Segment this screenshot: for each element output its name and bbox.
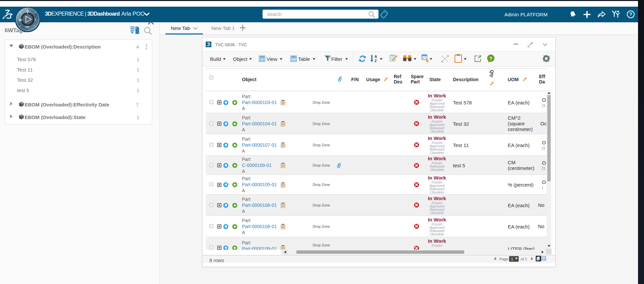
svg-text:3D: 3D	[19, 18, 22, 22]
svg-text:?: ?	[489, 56, 492, 61]
svg-text:i: i	[35, 18, 36, 21]
svg-text:Z: Z	[375, 59, 377, 63]
svg-text:A: A	[375, 55, 377, 59]
svg-text:V.R: V.R	[25, 26, 29, 28]
svg-text:?: ?	[629, 12, 632, 17]
